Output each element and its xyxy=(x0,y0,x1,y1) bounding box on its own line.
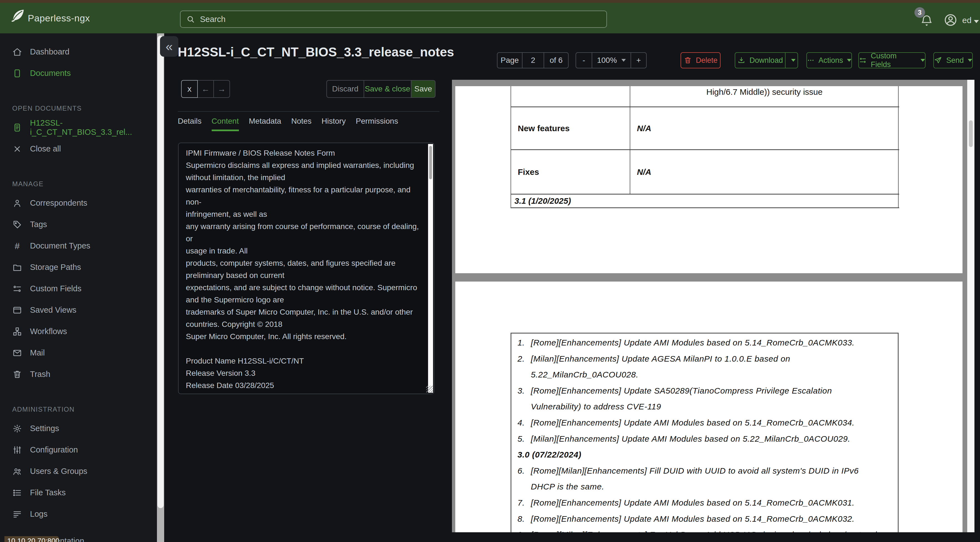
sidebar-item-configuration[interactable]: Configuration xyxy=(0,439,157,461)
previous-document-button[interactable]: ← xyxy=(197,80,214,98)
release-note-item: 9.[Rome][Milan][Enhancements] For UsbBus… xyxy=(517,527,887,532)
global-search[interactable] xyxy=(180,11,607,28)
sidebar-section-header-administration: ADMINISTRATION xyxy=(0,393,157,418)
username-label[interactable]: ed xyxy=(962,16,971,25)
home-icon xyxy=(12,47,22,57)
textarea-scrollbar-thumb[interactable] xyxy=(429,146,432,179)
pdf-scrollbar[interactable] xyxy=(967,80,974,532)
browser-top-strip xyxy=(0,0,980,3)
user-menu-caret-icon[interactable] xyxy=(974,20,979,23)
send-icon xyxy=(934,56,942,64)
tab-details[interactable]: Details xyxy=(178,117,202,131)
user-avatar-icon[interactable] xyxy=(943,13,958,27)
sidebar-item-dashboard[interactable]: Dashboard xyxy=(0,41,157,62)
release-note-number: 6. xyxy=(517,463,531,495)
search-icon xyxy=(186,15,195,24)
pdf-scrollbar-thumb[interactable] xyxy=(969,120,973,147)
release-note-item: 6.[Rome][Milan][Enhancements] Fill DUID … xyxy=(517,463,887,495)
textarea-scrollbar[interactable] xyxy=(428,144,433,393)
sidebar-item-trash[interactable]: Trash xyxy=(0,363,157,385)
custom-fields-icon xyxy=(859,56,867,64)
app-window: Paperless-ngx 3 ed DashboardDocumentsOPE… xyxy=(0,0,980,542)
release-note-text: [Milan][Enhancements] Update AMI Modules… xyxy=(531,431,887,447)
content-textarea[interactable]: IPMI Firmware / BIOS Release Notes Form … xyxy=(178,143,434,394)
table-version-row: 3.1 (1/20/2025) xyxy=(511,194,899,208)
custom-fields-icon xyxy=(12,284,22,294)
zoom-out-button[interactable]: - xyxy=(576,53,592,68)
pdf-page-1: High/6.7 Middle)) security issue New fea… xyxy=(455,86,963,273)
document-text-icon xyxy=(12,123,22,132)
tab-notes[interactable]: Notes xyxy=(291,117,312,131)
sidebar-scrollbar-thumb[interactable] xyxy=(158,35,164,508)
sidebar-section: DashboardDocuments xyxy=(0,33,157,84)
search-input[interactable] xyxy=(200,15,589,24)
sidebar-item-storage-paths[interactable]: Storage Paths xyxy=(0,257,157,278)
table-row: New features N/A xyxy=(511,107,899,149)
sidebar-item-users-groups[interactable]: Users & Groups xyxy=(0,461,157,482)
page-input[interactable]: 2 xyxy=(522,53,544,68)
download-icon xyxy=(737,56,746,64)
sidebar-item-label: Storage Paths xyxy=(30,263,81,272)
discard-button[interactable]: Discard xyxy=(326,80,364,98)
textarea-resize-grip[interactable] xyxy=(426,386,433,392)
save-and-close-button[interactable]: Save & close xyxy=(364,80,411,98)
release-note-number: 2. xyxy=(517,351,531,383)
sidebar-item-h12ssl-i-c-ct-nt-bios-3-3-rel[interactable]: H12SSL-i_C_CT_NT_BIOS_3.3_rel... xyxy=(0,117,157,138)
release-notes-table: High/6.7 Middle)) security issue New fea… xyxy=(511,86,899,208)
custom-fields-button[interactable]: Custom Fields xyxy=(858,52,926,69)
close-document-button[interactable]: x xyxy=(181,80,198,98)
table-cell-value: N/A xyxy=(630,107,899,149)
file-tasks-icon xyxy=(12,488,22,498)
zoom-in-button[interactable]: + xyxy=(630,53,646,68)
sidebar-item-label: Tags xyxy=(30,220,47,229)
tab-permissions[interactable]: Permissions xyxy=(356,117,398,131)
pdf-preview-pane[interactable]: High/6.7 Middle)) security issue New fea… xyxy=(452,80,974,532)
release-note-item: 3.[Rome][Enhancements] Update SA50289(Ti… xyxy=(517,383,887,415)
tab-history[interactable]: History xyxy=(322,117,346,131)
tab-content[interactable]: Content xyxy=(212,117,239,131)
sidebar-section: ADMINISTRATIONSettingsConfigurationUsers… xyxy=(0,385,157,525)
sidebar-item-label: Correspondents xyxy=(30,198,87,208)
top-navbar: Paperless-ngx 3 ed xyxy=(0,3,980,33)
actions-button[interactable]: Actions xyxy=(807,52,852,69)
zoom-level-select[interactable]: 100% xyxy=(592,53,630,68)
ellipsis-icon xyxy=(807,56,815,64)
delete-button[interactable]: Delete xyxy=(681,52,721,69)
sidebar-item-workflows[interactable]: Workflows xyxy=(0,321,157,342)
notification-count-badge: 3 xyxy=(915,7,925,18)
sidebar-item-document-types[interactable]: #Document Types xyxy=(0,235,157,257)
sidebar-item-close-all[interactable]: Close all xyxy=(0,138,157,159)
download-menu-button[interactable] xyxy=(785,53,797,68)
download-button[interactable]: Download xyxy=(735,53,785,68)
save-button[interactable]: Save xyxy=(411,80,436,98)
gear-icon xyxy=(12,424,22,434)
content-text: IPMI Firmware / BIOS Release Notes Form … xyxy=(186,147,421,392)
sidebar-section-header-open-documents: OPEN DOCUMENTS xyxy=(0,92,157,117)
sidebar-item-logs[interactable]: Logs xyxy=(0,503,157,525)
tag-icon xyxy=(12,220,22,230)
hash-icon: # xyxy=(12,241,22,251)
custom-fields-label: Custom Fields xyxy=(871,52,917,69)
send-button[interactable]: Send xyxy=(933,52,973,69)
sidebar-item-settings[interactable]: Settings xyxy=(0,418,157,439)
sidebar-item-correspondents[interactable]: Correspondents xyxy=(0,192,157,214)
panel-divider xyxy=(178,111,439,112)
sliders-icon xyxy=(12,445,22,455)
pdf-page-2: 1.[Rome][Enhancements] Update AMI Module… xyxy=(455,282,963,532)
sidebar-collapse-button[interactable]: « xyxy=(160,36,178,57)
logs-icon xyxy=(12,509,22,519)
sidebar-item-custom-fields[interactable]: Custom Fields xyxy=(0,278,157,299)
sidebar-item-tags[interactable]: Tags xyxy=(0,214,157,235)
tab-metadata[interactable]: Metadata xyxy=(249,117,282,131)
sidebar-item-file-tasks[interactable]: File Tasks xyxy=(0,482,157,503)
chevron-down-icon xyxy=(621,59,626,62)
paperless-logo-icon xyxy=(10,7,26,27)
next-document-button[interactable]: → xyxy=(213,80,230,98)
page-navigation-group: Page 2 of 6 xyxy=(497,52,569,69)
sidebar-section: OPEN DOCUMENTSH12SSL-i_C_CT_NT_BIOS_3.3_… xyxy=(0,84,157,159)
person-icon xyxy=(12,198,22,208)
sidebar-item-saved-views[interactable]: Saved Views xyxy=(0,299,157,321)
actions-label: Actions xyxy=(818,56,843,65)
sidebar-item-documents[interactable]: Documents xyxy=(0,62,157,84)
sidebar-item-mail[interactable]: Mail xyxy=(0,342,157,363)
